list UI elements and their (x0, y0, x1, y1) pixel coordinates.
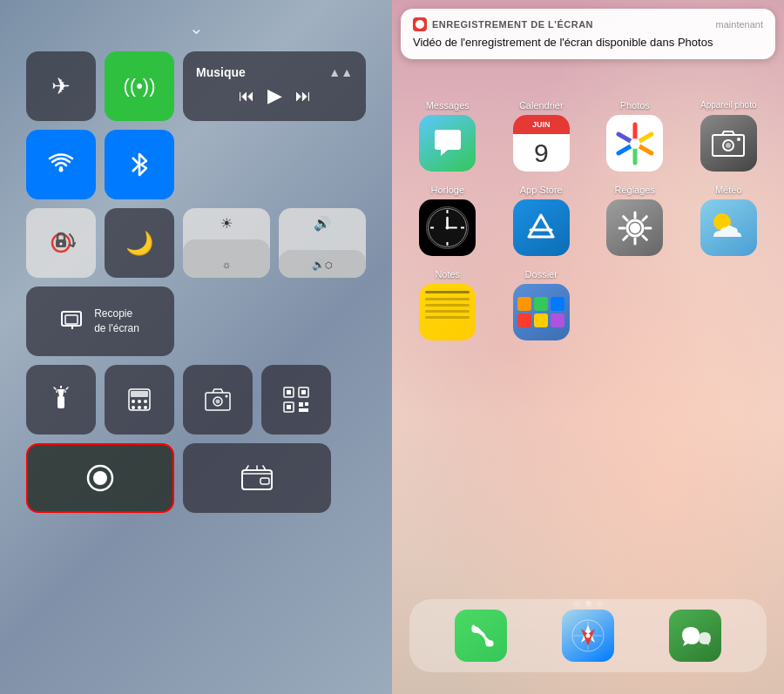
empty-label-2 (689, 269, 767, 280)
next-icon[interactable]: ⏭ (295, 87, 311, 105)
qr-icon (283, 387, 309, 413)
settings-icon (606, 199, 663, 256)
notes-line-3 (425, 304, 470, 307)
label-horloge: Horloge (409, 185, 487, 195)
svg-rect-27 (287, 390, 291, 394)
airplane-mode-button[interactable]: ✈ (26, 51, 96, 121)
empty-label-1 (596, 269, 674, 280)
control-grid: ✈ ((•)) Musique ▲▲ ⏮ ▶ ⏭ (26, 51, 366, 513)
calculator-icon (127, 387, 152, 412)
calendar-month: JUIN (532, 120, 551, 129)
lock-rotation-icon (45, 227, 77, 259)
bluetooth-button[interactable] (105, 130, 174, 199)
safari-icon (562, 610, 614, 662)
svg-rect-29 (301, 390, 306, 394)
screen-mirror-label-1: Recopie (94, 307, 139, 321)
apps-area: Messages Calendrier Photos Appareil phot… (392, 100, 784, 616)
notification-header: ENREGISTREMENT DE L'ÉCRAN maintenant (413, 17, 763, 31)
svg-point-36 (93, 471, 107, 485)
label-appareil-photo: Appareil photo (689, 100, 767, 111)
wifi-button[interactable] (26, 130, 96, 199)
svg-point-21 (138, 406, 141, 409)
svg-rect-33 (305, 402, 308, 406)
notification-banner[interactable]: ENREGISTREMENT DE L'ÉCRAN maintenant Vid… (401, 9, 775, 59)
dock (409, 599, 767, 672)
dock-safari[interactable] (562, 610, 614, 662)
spacer (183, 130, 366, 199)
wallet-icon (241, 465, 273, 491)
qr-code-button[interactable] (261, 365, 331, 435)
dock-phone[interactable] (455, 610, 507, 662)
app-notes[interactable] (419, 284, 476, 340)
app-row-labels-3: Notes Dossier (401, 269, 775, 280)
notes-line-5 (425, 316, 470, 319)
svg-rect-32 (299, 402, 303, 407)
notes-line-2 (425, 298, 470, 300)
svg-line-13 (54, 387, 56, 389)
screen-record-button[interactable] (26, 443, 174, 513)
weather-svg (705, 206, 753, 250)
svg-point-18 (138, 400, 141, 403)
app-clock[interactable] (419, 199, 476, 256)
app-dossier[interactable] (513, 284, 570, 340)
brightness-top-icon: ☀ (220, 215, 233, 232)
sound-slider[interactable]: 🔊 🔊⬡ (279, 208, 366, 278)
svg-rect-8 (57, 396, 64, 408)
music-player[interactable]: Musique ▲▲ ⏮ ▶ ⏭ (183, 51, 366, 121)
wallet-button[interactable] (183, 443, 331, 513)
app-camera[interactable] (700, 115, 757, 172)
screen-mirror-button[interactable]: Recopie de l'écran (26, 286, 174, 356)
svg-point-24 (216, 400, 220, 404)
app-calendrier[interactable]: JUIN 9 (513, 115, 570, 172)
screen-mirror-label-2: de l'écran (94, 321, 139, 336)
airplay-icon: ▲▲ (328, 65, 353, 79)
camera-button[interactable] (183, 365, 253, 435)
torch-button[interactable] (26, 365, 96, 435)
settings-svg (618, 211, 652, 246)
do-not-disturb-button[interactable]: 🌙 (105, 208, 174, 278)
record-notif-icon (415, 19, 425, 30)
svg-point-56 (446, 226, 449, 230)
app-row-labels-1: Messages Calendrier Photos Appareil phot… (401, 100, 775, 111)
row-1: ✈ ((•)) Musique ▲▲ ⏮ ▶ ⏭ (26, 51, 366, 121)
svg-point-19 (144, 400, 147, 403)
safari-svg (571, 618, 605, 653)
dossier-app-3 (551, 297, 564, 311)
calendar-icon: JUIN 9 (513, 115, 570, 172)
cellular-button[interactable]: ((•)) (105, 51, 174, 121)
svg-point-46 (726, 143, 731, 148)
svg-point-17 (132, 400, 135, 403)
dossier-app-2 (534, 297, 548, 311)
screen-mirror-label: Recopie de l'écran (94, 307, 139, 336)
app-weather[interactable] (700, 199, 757, 256)
prev-icon[interactable]: ⏮ (239, 87, 254, 105)
sound-top-icon: 🔊 (314, 215, 331, 232)
notification-app-name: ENREGISTREMENT DE L'ÉCRAN (432, 19, 593, 30)
sound-bottom-icon: 🔊⬡ (312, 259, 333, 271)
svg-point-3 (60, 243, 63, 246)
calculator-button[interactable] (105, 365, 174, 435)
empty-slot-1 (606, 284, 663, 340)
row-1b (26, 130, 366, 199)
app-row-2 (401, 199, 775, 256)
svg-point-59 (631, 224, 639, 232)
wechat-svg (678, 620, 713, 651)
app-messages[interactable] (419, 115, 476, 172)
messages-icon (419, 115, 476, 172)
airplane-icon: ✈ (51, 73, 71, 100)
play-icon[interactable]: ▶ (267, 84, 282, 107)
app-photos[interactable] (606, 115, 663, 172)
app-settings[interactable] (606, 199, 663, 256)
lock-rotation-button[interactable] (26, 208, 96, 278)
label-meteo: Météo (689, 185, 767, 195)
label-calendrier: Calendrier (502, 100, 580, 111)
brightness-slider[interactable]: ☀ ☼ (183, 208, 270, 278)
chevron-down-icon[interactable]: ⌄ (189, 17, 204, 38)
camera-icon (204, 387, 232, 412)
dock-wechat[interactable] (669, 610, 721, 662)
torch-icon (51, 386, 71, 414)
camera-app-svg (711, 128, 746, 158)
dossier-app-6 (551, 313, 564, 327)
label-messages: Messages (409, 100, 487, 111)
app-store[interactable] (513, 199, 570, 256)
